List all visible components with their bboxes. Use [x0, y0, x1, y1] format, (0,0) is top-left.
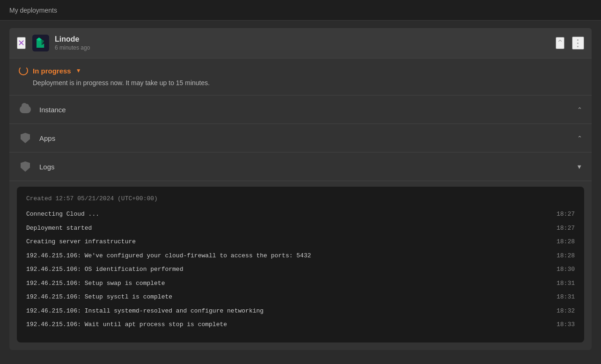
log-message-7: 192.46.215.106: Setup sysctl is complete	[26, 292, 547, 302]
log-time-4: 18:28	[557, 251, 575, 261]
instance-label: Instance	[39, 106, 577, 114]
header-actions: ⌃ ⋮	[556, 36, 584, 50]
log-time-6: 18:31	[557, 279, 575, 288]
apps-label: Apps	[39, 134, 577, 142]
log-time-7: 18:31	[557, 292, 575, 302]
logs-header[interactable]: Logs ▼	[9, 153, 592, 181]
cloud-icon	[19, 103, 32, 116]
deployment-card: ✕ Linode 6 minutes ago ⌃	[9, 28, 592, 350]
status-label[interactable]: In progress	[33, 67, 71, 75]
log-entry-8: 192.46.215.106: Install systemd-resolved…	[26, 306, 575, 316]
apps-chevron-up-icon[interactable]: ⌃	[577, 135, 582, 142]
logs-section: Logs ▼ Created 12:57 05/21/2024 (UTC+00:…	[9, 153, 592, 342]
page-title: My deployments	[9, 7, 57, 14]
log-time-5: 18:30	[557, 265, 575, 274]
log-entry-1: Connecting Cloud ... 18:27	[26, 210, 575, 219]
logs-terminal: Created 12:57 05/21/2024 (UTC+00:00) Con…	[17, 187, 584, 342]
top-bar: My deployments	[0, 0, 601, 21]
deployment-time: 6 minutes ago	[55, 44, 556, 51]
log-time-3: 18:28	[557, 237, 575, 247]
logs-shield-icon	[19, 160, 32, 173]
log-time-8: 18:32	[557, 306, 575, 316]
instance-chevron-up-icon[interactable]: ⌃	[577, 106, 582, 113]
log-entry-3: Creating server infrastructure 18:28	[26, 237, 575, 247]
logs-chevron-down-icon[interactable]: ▼	[576, 163, 582, 170]
apps-shield-icon	[19, 131, 32, 145]
deployment-header: ✕ Linode 6 minutes ago ⌃	[9, 28, 592, 58]
log-entry-9: 192.46.215.106: Wait until apt process s…	[26, 320, 575, 329]
log-time-2: 18:27	[557, 224, 575, 233]
log-created-line: Created 12:57 05/21/2024 (UTC+00:00)	[26, 195, 575, 202]
log-message-8: 192.46.215.106: Install systemd-resolved…	[26, 306, 547, 316]
log-time-1: 18:27	[557, 210, 575, 219]
deployment-title-group: Linode 6 minutes ago	[55, 35, 556, 51]
log-message-3: Creating server infrastructure	[26, 237, 547, 247]
deployment-name: Linode	[55, 35, 556, 44]
status-description: Deployment is in progress now. It may ta…	[33, 79, 582, 87]
log-entry-6: 192.46.215.106: Setup swap is complete 1…	[26, 279, 575, 288]
status-row: In progress ▼	[19, 66, 582, 75]
log-message-5: 192.46.215.106: OS identification perfor…	[26, 265, 547, 274]
log-message-2: Deployment started	[26, 224, 547, 233]
logs-label: Logs	[39, 163, 576, 171]
status-section: In progress ▼ Deployment is in progress …	[9, 58, 592, 95]
close-button[interactable]: ✕	[17, 37, 26, 49]
instance-section-row[interactable]: Instance ⌃	[9, 95, 592, 124]
apps-section-row[interactable]: Apps ⌃	[9, 124, 592, 153]
log-time-9: 18:33	[557, 320, 575, 329]
linode-icon	[32, 35, 49, 51]
log-entry-2: Deployment started 18:27	[26, 224, 575, 233]
collapse-button[interactable]: ⌃	[556, 37, 564, 49]
log-entry-4: 192.46.215.106: We've configured your cl…	[26, 251, 575, 261]
log-message-6: 192.46.215.106: Setup swap is complete	[26, 279, 547, 288]
main-container: ✕ Linode 6 minutes ago ⌃	[0, 21, 601, 357]
log-entry-7: 192.46.215.106: Setup sysctl is complete…	[26, 292, 575, 302]
more-options-button[interactable]: ⋮	[572, 36, 584, 50]
log-message-4: 192.46.215.106: We've configured your cl…	[26, 251, 547, 261]
spinner-icon	[19, 66, 28, 75]
log-entry-5: 192.46.215.106: OS identification perfor…	[26, 265, 575, 274]
log-message-1: Connecting Cloud ...	[26, 210, 547, 219]
status-chevron-icon[interactable]: ▼	[76, 67, 81, 74]
log-message-9: 192.46.215.106: Wait until apt process s…	[26, 320, 547, 329]
